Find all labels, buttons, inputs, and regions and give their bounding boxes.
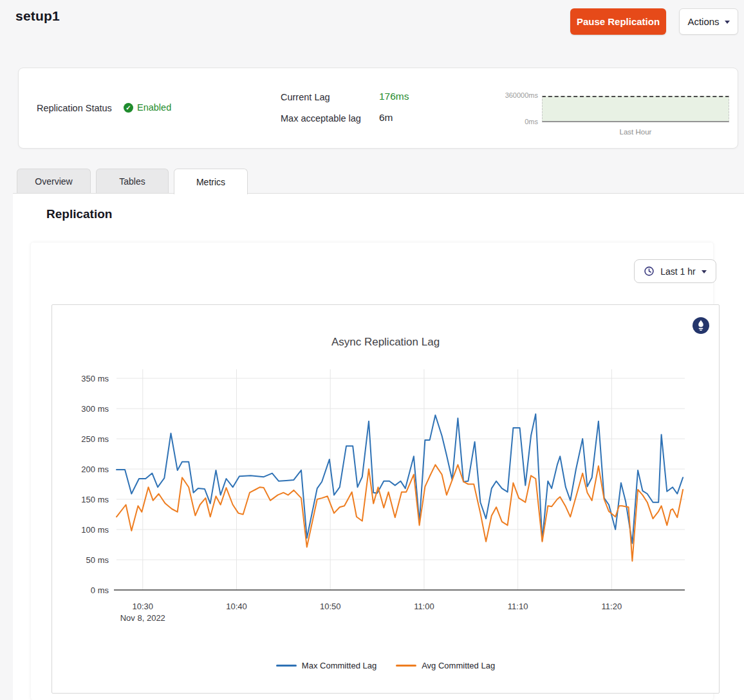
tab-overview[interactable]: Overview: [17, 169, 91, 193]
legend-swatch-blue: [276, 665, 297, 667]
current-lag-label: Current Lag: [281, 92, 330, 102]
legend-label: Avg Committed Lag: [422, 661, 495, 670]
sparkline-ymin-label: 0ms: [486, 118, 538, 125]
chart-title: Async Replication Lag: [52, 336, 719, 349]
replication-status-value: Enabled: [137, 102, 171, 113]
chevron-down-icon: [725, 21, 730, 24]
pause-replication-button[interactable]: Pause Replication: [570, 8, 666, 35]
sparkline-ymax-label: 360000ms: [486, 91, 538, 99]
tab-metrics[interactable]: Metrics: [174, 169, 248, 194]
svg-text:11:10: 11:10: [508, 602, 528, 611]
svg-text:0 ms: 0 ms: [91, 585, 109, 595]
svg-text:350 ms: 350 ms: [81, 374, 109, 383]
chevron-down-icon: [702, 270, 707, 273]
replication-status-label: Replication Status: [37, 103, 112, 113]
chart-legend: Max Committed Lag Avg Committed Lag: [52, 661, 719, 670]
replication-section-title: Replication: [46, 207, 112, 221]
actions-dropdown-button[interactable]: Actions: [679, 8, 738, 35]
async-replication-lag-chart[interactable]: 10:30Nov 8, 202210:4010:5011:0011:1011:2…: [52, 363, 720, 628]
current-lag-value: 176ms: [379, 91, 409, 102]
svg-text:200 ms: 200 ms: [81, 465, 109, 474]
max-acceptable-lag-label: Max acceptable lag: [281, 113, 361, 124]
svg-text:10:30: 10:30: [133, 602, 154, 611]
check-circle-icon: ✓: [124, 103, 133, 113]
lag-chart-card: Async Replication Lag 10:30Nov 8, 202210…: [51, 304, 720, 694]
svg-text:11:00: 11:00: [414, 602, 434, 611]
svg-text:10:40: 10:40: [226, 602, 247, 611]
legend-swatch-orange: [396, 665, 416, 667]
svg-text:11:20: 11:20: [602, 602, 622, 611]
sparkline-caption: Last Hour: [542, 128, 729, 136]
svg-text:100 ms: 100 ms: [81, 525, 109, 535]
max-acceptable-lag-value: 6m: [379, 112, 393, 124]
time-range-selector[interactable]: Last 1 hr: [634, 259, 716, 283]
legend-item-max-committed-lag[interactable]: Max Committed Lag: [276, 661, 377, 670]
actions-label: Actions: [687, 16, 719, 27]
svg-text:150 ms: 150 ms: [81, 495, 109, 504]
legend-label: Max Committed Lag: [302, 661, 377, 670]
status-badge: ✓ Enabled: [124, 102, 171, 113]
page-title: setup1: [15, 8, 60, 24]
legend-item-avg-committed-lag[interactable]: Avg Committed Lag: [396, 661, 495, 670]
svg-text:50 ms: 50 ms: [86, 555, 109, 565]
tab-tables[interactable]: Tables: [96, 169, 169, 193]
chart-vendor-logo-icon: [693, 317, 709, 334]
replication-status-card: Replication Status ✓ Enabled Current Lag…: [18, 68, 738, 149]
time-range-label: Last 1 hr: [660, 266, 695, 277]
svg-text:250 ms: 250 ms: [81, 434, 109, 444]
lag-threshold-sparkline: [542, 96, 729, 122]
svg-text:300 ms: 300 ms: [81, 404, 109, 414]
metrics-dashboard-card: Last 1 hr Async Replication Lag 10:30Nov…: [31, 243, 713, 700]
svg-text:10:50: 10:50: [320, 602, 341, 611]
svg-text:Nov 8, 2022: Nov 8, 2022: [120, 613, 165, 623]
clock-icon: [644, 266, 655, 277]
